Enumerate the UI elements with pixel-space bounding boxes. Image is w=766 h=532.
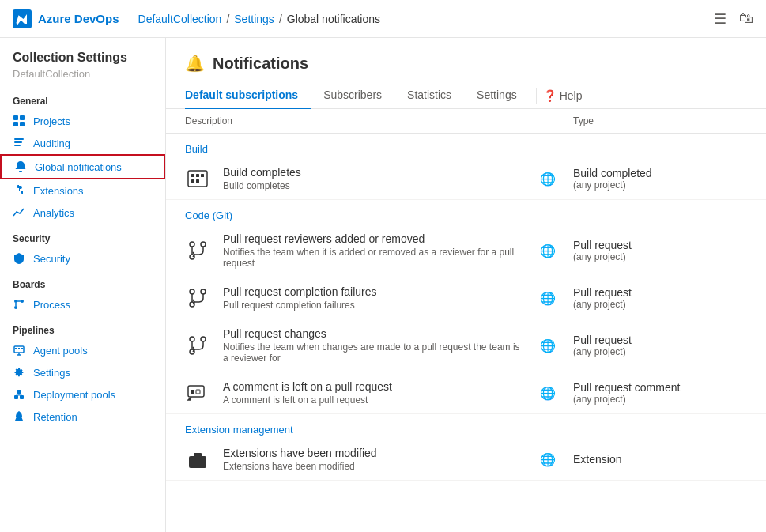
help-circle-icon: ❓ xyxy=(543,89,557,102)
notif-info: Build completes Build completes xyxy=(223,166,523,191)
sidebar-item-analytics[interactable]: Analytics xyxy=(0,202,165,224)
sidebar-item-retention[interactable]: Retention xyxy=(0,406,165,428)
sidebar-app-title: Collection Settings xyxy=(0,51,165,68)
section-extension-management: Extension management xyxy=(166,414,766,439)
sidebar-item-global-notifications[interactable]: Global notifications xyxy=(0,154,165,179)
sidebar-item-agent-pools[interactable]: Agent pools xyxy=(0,339,165,361)
svg-rect-4 xyxy=(20,122,25,126)
notif-name: Extensions have been modified xyxy=(223,447,523,459)
notif-type: Extension xyxy=(573,453,747,466)
notif-desc: Notifies the team when changes are made … xyxy=(223,341,523,364)
globe-icon: 🌐 xyxy=(535,386,560,401)
breadcrumb-settings[interactable]: Settings xyxy=(234,13,274,25)
comment-pr-icon xyxy=(185,380,210,406)
notif-name: Pull request completion failures xyxy=(223,285,523,298)
auditing-icon xyxy=(13,137,25,149)
notif-type: Pull request (any project) xyxy=(573,239,747,262)
tab-subscribers[interactable]: Subscribers xyxy=(311,82,394,109)
globe-icon: 🌐 xyxy=(535,452,560,467)
list-icon[interactable]: ☰ xyxy=(714,10,726,28)
table-row: A comment is left on a pull request A co… xyxy=(166,372,766,414)
sidebar-section-boards: Boards xyxy=(0,270,165,293)
sidebar-item-extensions[interactable]: Extensions xyxy=(0,179,165,202)
svg-point-40 xyxy=(201,337,206,341)
tab-divider xyxy=(536,88,537,104)
svg-point-10 xyxy=(14,306,17,309)
sidebar: Collection Settings DefaultCollection Ge… xyxy=(0,38,166,532)
content-header: 🔔 Notifications xyxy=(166,38,766,73)
notif-desc: Pull request completion failures xyxy=(223,300,523,311)
extension-icon xyxy=(185,447,210,472)
table-row: Build completes Build completes 🌐 Build … xyxy=(166,158,766,200)
sidebar-item-settings[interactable]: Settings xyxy=(0,361,165,383)
svg-rect-15 xyxy=(18,348,20,349)
shopping-bag-icon[interactable]: 🛍 xyxy=(739,10,753,27)
sidebar-item-security[interactable]: Security xyxy=(0,247,165,270)
table-row: Pull request completion failures Pull re… xyxy=(166,277,766,319)
globe-icon: 🌐 xyxy=(535,291,560,306)
sidebar-item-deployment-pools[interactable]: Deployment pools xyxy=(0,383,165,406)
notif-name: A comment is left on a pull request xyxy=(223,380,523,393)
notif-name: Build completes xyxy=(223,166,523,179)
notif-name: Pull request changes xyxy=(223,327,523,340)
svg-rect-19 xyxy=(14,395,18,399)
svg-rect-7 xyxy=(14,145,21,146)
svg-rect-26 xyxy=(191,174,194,177)
sidebar-item-projects[interactable]: Projects xyxy=(0,110,165,132)
logo[interactable]: Azure DevOps xyxy=(13,9,119,28)
azure-devops-logo-icon xyxy=(13,9,32,28)
svg-point-36 xyxy=(201,289,206,294)
content-area: 🔔 Notifications Default subscriptions Su… xyxy=(166,38,766,532)
notif-info: Pull request changes Notifies the team w… xyxy=(223,327,523,364)
table-header: Description Type xyxy=(166,109,766,134)
build-icon xyxy=(185,166,210,191)
analytics-icon xyxy=(13,206,25,219)
globe-icon: 🌐 xyxy=(535,243,560,258)
tab-settings[interactable]: Settings xyxy=(464,82,530,109)
svg-rect-14 xyxy=(15,348,17,349)
svg-rect-5 xyxy=(14,138,24,140)
svg-point-35 xyxy=(190,289,194,294)
top-nav-right: ☰ 🛍 xyxy=(714,10,753,28)
tab-statistics[interactable]: Statistics xyxy=(394,82,464,109)
process-icon xyxy=(13,298,25,311)
bell-icon: 🔔 xyxy=(185,54,205,73)
col-description: Description xyxy=(185,115,573,126)
sidebar-section-security: Security xyxy=(0,224,165,247)
section-build: Build xyxy=(166,134,766,158)
svg-rect-44 xyxy=(191,390,194,394)
sidebar-item-auditing[interactable]: Auditing xyxy=(0,132,165,154)
notif-desc: A comment is left on a pull request xyxy=(223,394,523,406)
svg-rect-3 xyxy=(13,122,18,126)
svg-point-39 xyxy=(190,337,194,341)
sidebar-section-general: General xyxy=(0,86,165,110)
pr-icon xyxy=(185,333,210,358)
globe-icon: 🌐 xyxy=(535,172,560,187)
tab-help[interactable]: ❓ Help xyxy=(543,89,583,102)
sidebar-collection-name: DefaultCollection xyxy=(0,68,165,86)
sidebar-item-process[interactable]: Process xyxy=(0,293,165,315)
top-nav: Azure DevOps DefaultCollection / Setting… xyxy=(0,0,766,38)
notif-type: Pull request (any project) xyxy=(573,286,747,310)
grid-icon xyxy=(13,115,25,127)
svg-rect-45 xyxy=(196,390,200,394)
shield-icon xyxy=(13,252,25,265)
svg-rect-2 xyxy=(20,115,25,120)
svg-rect-27 xyxy=(196,174,199,177)
svg-rect-29 xyxy=(191,179,194,183)
svg-rect-30 xyxy=(196,179,199,183)
svg-point-31 xyxy=(190,242,194,247)
notif-desc: Notifies the team when it is added or re… xyxy=(223,247,523,269)
tab-default-subscriptions[interactable]: Default subscriptions xyxy=(185,82,311,109)
svg-rect-1 xyxy=(13,115,18,120)
notif-info: A comment is left on a pull request A co… xyxy=(223,380,523,406)
svg-rect-6 xyxy=(14,141,22,143)
svg-rect-47 xyxy=(194,453,202,458)
breadcrumb-current: Global notifications xyxy=(287,13,380,25)
svg-point-32 xyxy=(201,242,206,247)
notif-desc: Extensions have been modified xyxy=(223,461,523,472)
notif-type: Pull request (any project) xyxy=(573,334,747,357)
notif-desc: Build completes xyxy=(223,180,523,191)
breadcrumb-collection[interactable]: DefaultCollection xyxy=(138,13,222,25)
table-row: Pull request reviewers added or removed … xyxy=(166,224,766,277)
